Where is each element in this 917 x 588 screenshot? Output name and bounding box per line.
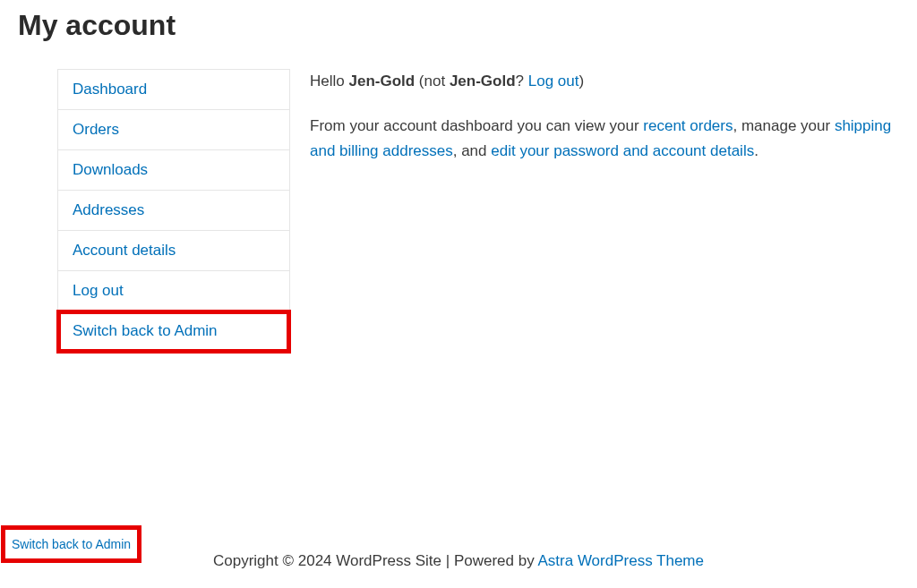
nav-item-logout: Log out <box>58 271 289 311</box>
nav-link-downloads[interactable]: Downloads <box>58 150 289 190</box>
nav-item-orders: Orders <box>58 110 289 150</box>
greeting-prefix: Hello <box>310 72 348 89</box>
recent-orders-link[interactable]: recent orders <box>643 117 733 134</box>
nav-item-account-details: Account details <box>58 231 289 271</box>
nav-item-dashboard: Dashboard <box>58 70 289 110</box>
greeting-close: ) <box>578 72 584 89</box>
greeting-not-username: Jen-Gold <box>450 72 516 89</box>
footer-copyright: Copyright © 2024 WordPress Site | Powere… <box>213 552 537 569</box>
desc-line3: , and <box>453 142 492 159</box>
logout-link[interactable]: Log out <box>528 72 579 89</box>
main-content: Hello Jen-Gold (not Jen-Gold? Log out) F… <box>290 69 899 352</box>
nav-link-account-details[interactable]: Account details <box>58 231 289 270</box>
edit-details-link[interactable]: edit your password and account details <box>491 142 754 159</box>
nav-item-downloads: Downloads <box>58 150 289 191</box>
greeting-text: Hello Jen-Gold (not Jen-Gold? Log out) <box>310 69 899 94</box>
page-title: My account <box>18 9 917 42</box>
desc-period: . <box>754 142 758 159</box>
greeting-username: Jen-Gold <box>348 72 415 89</box>
desc-line2: , manage your <box>733 117 834 134</box>
footer-theme-link[interactable]: Astra WordPress Theme <box>537 552 704 569</box>
footer-switch-link[interactable]: Switch back to Admin <box>12 537 131 551</box>
greeting-question: ? <box>516 72 528 89</box>
dashboard-description: From your account dashboard you can view… <box>310 114 899 164</box>
content-wrap: Dashboard Orders Downloads Addresses Acc… <box>0 69 917 352</box>
desc-line1: From your account dashboard you can view… <box>310 117 643 134</box>
greeting-not-open: (not <box>415 72 450 89</box>
nav-link-dashboard[interactable]: Dashboard <box>58 70 289 109</box>
account-nav: Dashboard Orders Downloads Addresses Acc… <box>57 69 290 352</box>
nav-item-switch-back: Switch back to Admin <box>58 311 289 352</box>
nav-link-addresses[interactable]: Addresses <box>58 191 289 230</box>
footer: Copyright © 2024 WordPress Site | Powere… <box>0 552 917 570</box>
nav-link-switch-back[interactable]: Switch back to Admin <box>58 311 289 351</box>
nav-link-logout[interactable]: Log out <box>58 271 289 311</box>
nav-link-orders[interactable]: Orders <box>58 110 289 149</box>
nav-item-addresses: Addresses <box>58 191 289 231</box>
